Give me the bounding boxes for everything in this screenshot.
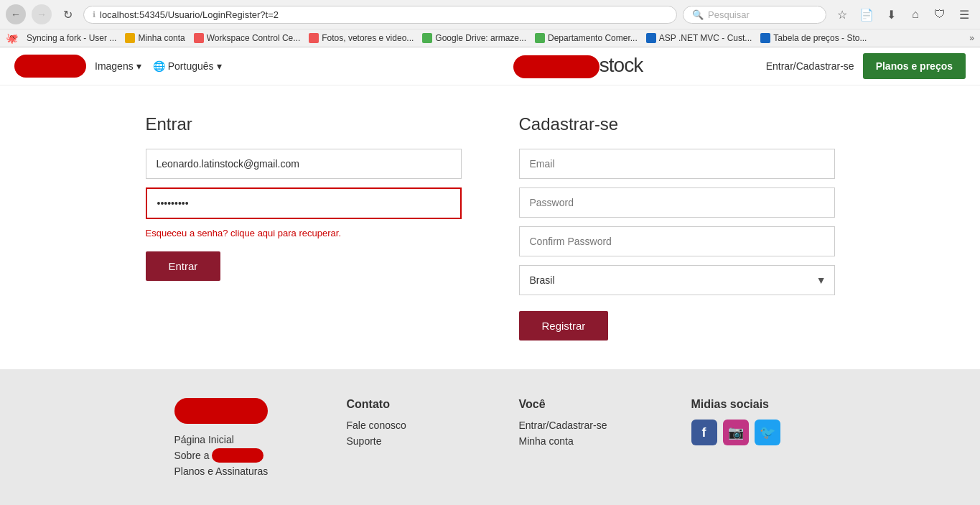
download-button[interactable]: ⬇ — [881, 4, 901, 24]
bookmark-tabela[interactable]: Tabela de preços - Sto... — [760, 33, 867, 43]
shield-button[interactable]: 🛡 — [930, 4, 950, 24]
language-label: Português — [168, 60, 214, 72]
plans-button[interactable]: Planos e preços — [863, 53, 966, 79]
register-email-input[interactable] — [519, 149, 835, 179]
browser-actions: ☆ 📄 ⬇ ⌂ 🛡 ☰ — [832, 4, 974, 24]
bookmark-minha-conta[interactable]: Minha conta — [125, 33, 185, 43]
search-icon: 🔍 — [692, 9, 704, 20]
bookmark-syncing[interactable]: Syncing a fork - User ... — [27, 33, 116, 43]
login-button[interactable]: Entrar — [146, 251, 221, 281]
search-placeholder: Pesquisar — [708, 9, 750, 20]
footer-link-home[interactable]: Página Inicial — [174, 434, 289, 445]
header-nav: Imagens ▾ 🌐 Português ▾ — [95, 60, 222, 72]
bookmark-label: Minha conta — [138, 33, 185, 43]
star-button[interactable]: ☆ — [832, 4, 852, 24]
footer-link-fale[interactable]: Fale conosco — [347, 420, 462, 431]
forward-button[interactable]: → — [32, 4, 52, 24]
site-footer: Página Inicial Sobre a xxxxxxxx Planos e… — [0, 369, 980, 505]
footer-link-suporte[interactable]: Suporte — [347, 435, 462, 447]
footer-link-sobre[interactable]: Sobre a xxxxxxxx — [174, 450, 289, 461]
facebook-icon[interactable]: f — [691, 420, 717, 445]
language-nav-item[interactable]: 🌐 Português ▾ — [153, 60, 222, 72]
footer-sobre-redacted: xxxxxxxx — [212, 448, 263, 463]
back-button[interactable]: ← — [6, 4, 26, 24]
bookmark-aspnet[interactable]: ASP .NET MVC - Cust... — [646, 33, 752, 43]
login-email-input[interactable] — [146, 149, 462, 179]
register-password-input[interactable] — [519, 187, 835, 218]
login-password-input[interactable] — [146, 187, 462, 219]
address-bar[interactable]: ℹ localhost:54345/Usuario/LoginRegister?… — [83, 6, 677, 24]
login-title: Entrar — [146, 114, 462, 134]
bookmark-icon — [422, 33, 432, 43]
footer-link-entrar[interactable]: Entrar/Cadastrar-se — [519, 420, 634, 431]
bookmark-workspace[interactable]: Workspace Control Ce... — [194, 33, 301, 43]
bookmark-label: Fotos, vetores e video... — [322, 33, 414, 43]
footer-link-label: Página Inicial — [174, 434, 234, 445]
login-email-group — [146, 149, 462, 179]
footer-col-brand: Página Inicial Sobre a xxxxxxxx Planos e… — [174, 398, 289, 481]
register-title: Cadastrar-se — [519, 114, 835, 134]
browser-toolbar: ← → ↻ ℹ localhost:54345/Usuario/LoginReg… — [0, 0, 980, 29]
bookmark-icon — [646, 33, 656, 43]
register-confirm-group — [519, 226, 835, 256]
footer-link-label-sobre: Sobre a — [174, 450, 213, 461]
social-icons: f 📷 🐦 — [691, 420, 806, 445]
bookmark-label: Google Drive: armaze... — [435, 33, 526, 43]
bookmarks-bar: 🐙 Syncing a fork - User ... Minha conta … — [0, 29, 980, 47]
twitter-icon[interactable]: 🐦 — [755, 420, 780, 445]
bookmarks-more[interactable]: » — [969, 33, 974, 43]
bookmark-icon — [760, 33, 770, 43]
bookmark-label: ASP .NET MVC - Cust... — [659, 33, 752, 43]
footer-link-planos[interactable]: Planos e Assinaturas — [174, 465, 289, 477]
site-logo: stock — [513, 54, 643, 78]
footer-link-label: Suporte — [347, 435, 382, 447]
forgot-text: Esqueceu a senha? — [146, 228, 228, 238]
bookmark-icon — [125, 33, 135, 43]
reload-button[interactable]: ↻ — [57, 4, 78, 24]
register-email-group — [519, 149, 835, 179]
reader-button[interactable]: 📄 — [857, 4, 877, 24]
footer-col-contact: Contato Fale conosco Suporte — [347, 398, 462, 481]
header-center: stock — [390, 54, 765, 78]
bookmark-fotos[interactable]: Fotos, vetores e video... — [309, 33, 414, 43]
country-select[interactable]: Brasil Argentina Chile Colombia México P… — [519, 265, 835, 295]
images-nav-item[interactable]: Imagens ▾ — [95, 60, 141, 72]
search-bar[interactable]: 🔍 Pesquisar — [683, 6, 826, 24]
bookmark-icon — [309, 33, 319, 43]
bookmark-label: Workspace Control Ce... — [207, 33, 301, 43]
info-icon: ℹ — [93, 10, 95, 19]
forgot-link[interactable]: clique aqui para recuperar. — [230, 228, 341, 238]
instagram-icon[interactable]: 📷 — [723, 420, 749, 445]
footer-link-label: Minha conta — [519, 435, 574, 447]
forgot-password-text: Esqueceu a senha? clique aqui para recup… — [146, 228, 462, 238]
header-right: Entrar/Cadastrar-se Planos e preços — [766, 53, 966, 79]
login-link[interactable]: Entrar/Cadastrar-se — [766, 60, 854, 72]
browser-chrome: ← → ↻ ℹ localhost:54345/Usuario/LoginReg… — [0, 0, 980, 47]
footer-social-title: Midias sociais — [691, 398, 806, 411]
register-section: Cadastrar-se Brasil Argentina Chile Colo… — [519, 114, 835, 340]
footer-link-minha-conta[interactable]: Minha conta — [519, 435, 634, 447]
logo-text: stock — [599, 54, 643, 76]
login-section: Entrar Esqueceu a senha? clique aqui par… — [146, 114, 462, 340]
home-button[interactable]: ⌂ — [905, 4, 925, 24]
menu-button[interactable]: ☰ — [954, 4, 974, 24]
footer-col-social: Midias sociais f 📷 🐦 — [691, 398, 806, 481]
main-content: Entrar Esqueceu a senha? clique aqui par… — [0, 85, 980, 369]
globe-icon: 🌐 — [153, 60, 165, 72]
register-button[interactable]: Registrar — [519, 311, 609, 340]
bookmark-icon — [194, 33, 204, 43]
footer-you-title: Você — [519, 398, 634, 411]
images-label: Imagens — [95, 60, 134, 72]
footer-logo-redacted — [174, 398, 268, 424]
footer-link-label-planos: Planos e Assinaturas — [174, 465, 269, 477]
bookmark-departamento[interactable]: Departamento Comer... — [535, 33, 638, 43]
register-password-group — [519, 187, 835, 218]
register-confirm-input[interactable] — [519, 226, 835, 256]
footer-col-you: Você Entrar/Cadastrar-se Minha conta — [519, 398, 634, 481]
bookmark-label: Syncing a fork - User ... — [27, 33, 116, 43]
chevron-down-icon: ▾ — [217, 60, 222, 72]
site-header: Imagens ▾ 🌐 Português ▾ stock Entrar/Cad… — [0, 47, 980, 85]
brand-logo-redacted — [14, 55, 86, 78]
footer-contact-title: Contato — [347, 398, 462, 411]
bookmark-gdrive[interactable]: Google Drive: armaze... — [422, 33, 526, 43]
